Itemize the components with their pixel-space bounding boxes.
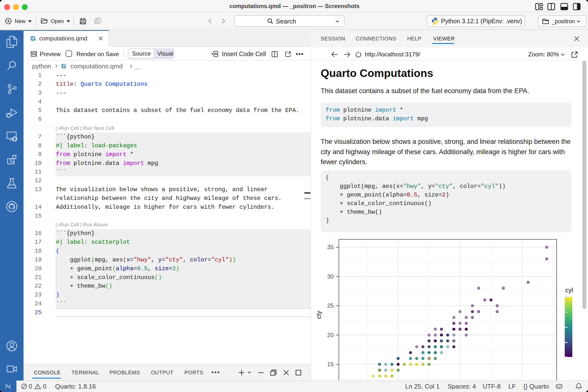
svg-text:20: 20 xyxy=(327,332,334,338)
svg-text:35: 35 xyxy=(327,244,334,250)
svg-text:15: 15 xyxy=(327,361,334,368)
svg-text:cyl: cyl xyxy=(565,286,573,294)
svg-text:cty: cty xyxy=(315,311,322,319)
svg-text:30: 30 xyxy=(327,273,334,280)
svg-text:25: 25 xyxy=(327,302,334,309)
